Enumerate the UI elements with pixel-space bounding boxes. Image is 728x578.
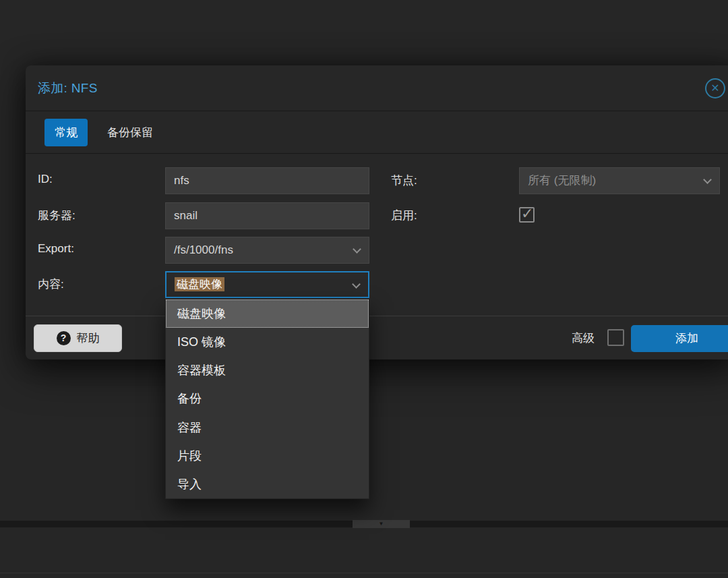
dialog-tabbar: 常规 备份保留 [26,111,728,154]
checkmark-icon: ✓ [521,205,533,223]
app-background: { "dialog": { "title": "添加: NFS", "tabs"… [0,0,728,578]
content-dropdown-list: 磁盘映像 ISO 镜像 容器模板 备份 容器 片段 导入 [165,299,369,499]
advanced-checkbox[interactable] [607,329,624,346]
chevron-down-icon [703,175,712,184]
dropdown-option-disk-image[interactable]: 磁盘映像 [166,299,369,328]
question-icon: ? [57,331,71,345]
collapse-triangle-icon: ▼ [379,521,384,527]
nodes-value: 所有 (无限制) [528,174,596,187]
add-nfs-dialog: 添加: NFS ✕ 常规 备份保留 ID: nfs 服务器: snail Exp… [26,65,728,359]
export-combobox[interactable]: /fs/1000/fns [165,237,369,264]
dialog-titlebar[interactable]: 添加: NFS ✕ [26,65,728,111]
dialog-title: 添加: NFS [38,80,98,97]
enable-checkbox[interactable]: ✓ [519,207,535,223]
close-icon[interactable]: ✕ [705,78,725,98]
server-label: 服务器: [38,208,75,223]
content-value-selected: 磁盘映像 [175,277,224,291]
dropdown-option-container[interactable]: 容器 [166,413,369,442]
dropdown-option-container-template[interactable]: 容器模板 [166,356,369,384]
dropdown-option-iso-image[interactable]: ISO 镜像 [166,328,369,356]
footer-separator [26,316,728,316]
dropdown-option-backup[interactable]: 备份 [166,384,369,413]
content-label: 内容: [38,277,64,292]
add-button[interactable]: 添加 [631,325,728,352]
help-button[interactable]: ? 帮助 [34,324,122,352]
id-input[interactable]: nfs [165,167,369,194]
tab-general[interactable]: 常规 [44,119,88,146]
id-label: ID: [38,173,53,186]
export-value: /fs/1000/fns [174,243,233,256]
help-button-label: 帮助 [77,330,100,346]
nodes-label: 节点: [391,173,417,188]
dropdown-option-snippets[interactable]: 片段 [166,442,369,470]
server-input[interactable]: snail [165,202,369,229]
splitter-collapse-handle[interactable]: ▼ [353,520,410,528]
statusbar-divider [0,573,728,573]
advanced-label: 高级 [572,330,595,346]
nodes-combobox: 所有 (无限制) [519,167,720,194]
dropdown-option-import[interactable]: 导入 [166,470,369,498]
chevron-down-icon[interactable] [352,280,361,289]
tab-backup-retention[interactable]: 备份保留 [97,119,163,146]
content-combobox[interactable]: 磁盘映像 [165,271,369,298]
chevron-down-icon[interactable] [353,245,361,254]
enable-label: 启用: [391,208,417,223]
export-label: Export: [38,242,74,256]
